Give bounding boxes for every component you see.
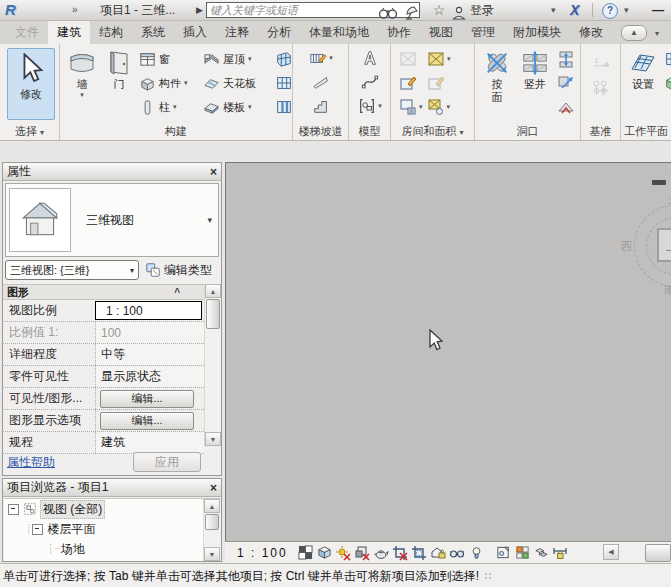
sun-path-icon[interactable] — [334, 544, 353, 561]
temporary-hide-isolate-icon[interactable] — [448, 544, 467, 561]
project-browser-close-icon[interactable]: × — [210, 481, 217, 495]
work-plane-viewer-button[interactable] — [662, 71, 671, 95]
door-button[interactable]: 门 — [101, 47, 137, 91]
viewcube-west-label[interactable]: 西 — [621, 239, 632, 254]
tab-manage[interactable]: 管理 — [462, 21, 504, 44]
crop-region-icon[interactable] — [410, 544, 429, 561]
tab-annotate[interactable]: 注释 — [216, 21, 258, 44]
properties-scroll-thumb[interactable] — [206, 299, 220, 329]
tab-analyze[interactable]: 分析 — [258, 21, 300, 44]
set-work-plane-button[interactable]: 设置 — [624, 47, 662, 91]
tree-item-site[interactable]: ┊┈ 场地 — [4, 539, 220, 559]
revit-logo-icon[interactable]: R — [5, 0, 16, 20]
tab-structure[interactable]: 结构 — [90, 21, 132, 44]
area-button[interactable]: ▾ — [427, 47, 451, 71]
view-window-minimize-icon[interactable] — [652, 180, 666, 185]
area-boundary-button[interactable] — [427, 71, 445, 95]
ceiling-button[interactable]: 天花板 — [201, 71, 273, 95]
locked-3d-view-icon[interactable] — [429, 544, 448, 561]
opening-by-face-button[interactable]: 按 面 — [478, 47, 516, 104]
tab-view[interactable]: 视图 — [420, 21, 462, 44]
model-line-button[interactable] — [361, 70, 379, 94]
tree-collapse-box[interactable] — [8, 504, 19, 515]
hscroll-left-icon[interactable]: ◀ — [603, 544, 619, 560]
type-selector[interactable]: 三维视图 ▾ — [5, 183, 219, 257]
title-flyout-icon[interactable]: ▶ — [196, 0, 203, 20]
tab-architecture[interactable]: 建筑 — [48, 21, 90, 44]
room-button[interactable] — [399, 47, 417, 71]
modify-button[interactable]: 修改 — [7, 48, 55, 120]
minimize-icon[interactable]: — — [652, 0, 664, 20]
properties-scrollbar[interactable]: ▲ ▼ — [204, 284, 221, 446]
shadows-icon[interactable] — [353, 544, 372, 561]
ramp-button[interactable] — [312, 70, 330, 94]
detail-level-icon[interactable] — [296, 544, 315, 561]
exchange-apps-icon[interactable]: X — [570, 0, 579, 20]
scroll-down-icon[interactable]: ▼ — [204, 547, 220, 561]
parts-visibility-value[interactable]: 显示原状态 — [95, 366, 204, 387]
discipline-value[interactable]: 建筑 — [95, 432, 204, 453]
ribbon-state-caret-icon[interactable]: ▾ — [655, 29, 659, 38]
visibility-edit-button[interactable]: 编辑... — [100, 390, 194, 408]
displaced-elements-icon[interactable] — [532, 544, 551, 561]
tree-item-floor-plans[interactable]: ┊ 楼层平面 — [4, 519, 220, 539]
room-area-panel-label[interactable]: 房间和面积 ▾ — [391, 124, 474, 139]
tag-area-button[interactable]: ▾ — [427, 95, 451, 119]
tree-collapse-box[interactable] — [32, 524, 43, 535]
model-text-button[interactable] — [361, 46, 379, 70]
shaft-opening-button[interactable]: 竖井 — [516, 47, 554, 91]
scroll-down-icon[interactable]: ▼ — [205, 432, 221, 446]
search-icon[interactable] — [378, 3, 400, 17]
favorites-star-icon[interactable]: ☆ — [428, 0, 450, 20]
tree-item-level-1[interactable]: ┊┈ 标高 1 — [4, 559, 220, 561]
roof-button[interactable]: 屋顶 ▾ — [201, 47, 273, 71]
quick-access-overflow-icon[interactable]: » — [72, 0, 76, 20]
tag-room-button[interactable]: ▾ — [399, 95, 423, 119]
help-icon[interactable]: ? — [602, 3, 618, 19]
communication-center-icon[interactable] — [404, 3, 426, 17]
window-button[interactable]: 窗 — [137, 47, 201, 71]
stair-button[interactable] — [312, 94, 330, 118]
floor-button[interactable]: 楼板 ▾ — [201, 95, 273, 119]
drawing-canvas[interactable]: 北 西 南 上 — [225, 162, 671, 542]
show-work-plane-button[interactable] — [662, 47, 671, 71]
view-scale-control[interactable]: 1 : 100 — [225, 546, 296, 560]
analytical-model-icon[interactable] — [513, 544, 532, 561]
mullion-button[interactable] — [273, 95, 295, 119]
tab-addins[interactable]: 附加模块 — [504, 21, 570, 44]
apply-button[interactable]: 应用 — [133, 452, 201, 472]
select-panel-label[interactable]: 选择 ▾ — [0, 124, 59, 139]
room-separator-button[interactable] — [399, 71, 417, 95]
level-button[interactable] — [592, 52, 610, 76]
curtain-grid-button[interactable] — [273, 71, 295, 95]
tree-item-views[interactable]: 视图 (全部) — [4, 499, 220, 519]
rendering-dialog-icon[interactable] — [372, 544, 391, 561]
edit-type-button[interactable]: 编辑类型 — [145, 262, 212, 279]
viewcube[interactable]: 北 西 南 上 — [624, 195, 671, 295]
project-browser-title-bar[interactable]: 项目浏览器 - 项目1 × — [3, 479, 221, 497]
type-selector-caret-icon[interactable]: ▾ — [207, 215, 218, 225]
properties-title-bar[interactable]: 属性 × — [3, 163, 221, 181]
tab-systems[interactable]: 系统 — [132, 21, 174, 44]
wall-caret-icon[interactable]: ▾ — [80, 91, 84, 98]
browser-scroll-thumb[interactable] — [205, 514, 219, 530]
display-options-edit-button[interactable]: 编辑... — [100, 412, 194, 430]
crop-view-icon[interactable] — [391, 544, 410, 561]
properties-close-icon[interactable]: × — [210, 165, 217, 179]
reveal-constraints-icon[interactable] — [551, 544, 570, 561]
properties-help-link[interactable]: 属性帮助 — [7, 454, 55, 471]
tab-collaborate[interactable]: 协作 — [378, 21, 420, 44]
browser-scrollbar[interactable]: ▲ ▼ — [203, 499, 220, 561]
help-caret-icon[interactable]: ▾ — [624, 0, 629, 20]
curtain-system-button[interactable] — [273, 47, 295, 71]
view-scale-value[interactable]: 1 : 100 — [95, 301, 202, 320]
signin-caret-icon[interactable]: ▾ — [551, 0, 556, 20]
reveal-hidden-icon[interactable] — [467, 544, 486, 561]
tab-massing-site[interactable]: 体量和场地 — [300, 21, 378, 44]
viewcube-top-face[interactable]: 上 — [657, 228, 671, 262]
visual-style-icon[interactable] — [315, 544, 334, 561]
detail-level-value[interactable]: 中等 — [95, 344, 204, 365]
ribbon-state-toggle[interactable]: ▲ — [621, 25, 647, 41]
graphics-section-header[interactable]: 图形 ^ — [3, 284, 204, 300]
scroll-up-icon[interactable]: ▲ — [205, 284, 221, 298]
